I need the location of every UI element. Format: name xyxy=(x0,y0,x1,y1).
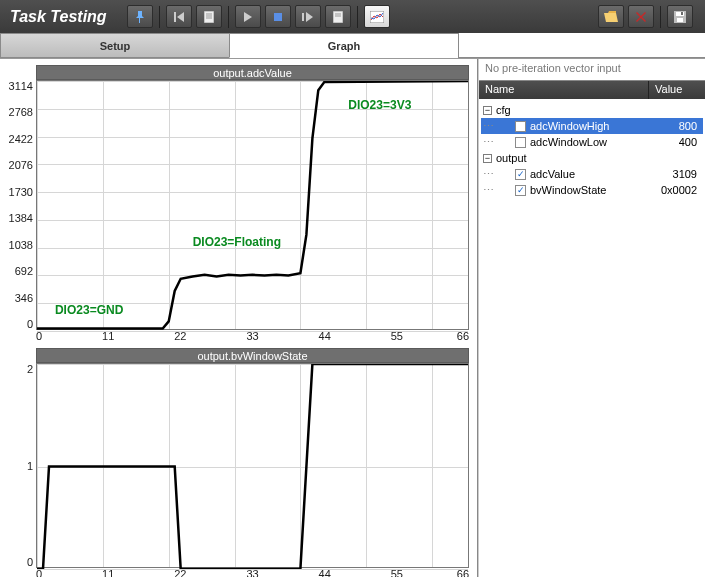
svg-rect-13 xyxy=(677,18,683,22)
vector-input[interactable]: No pre-iteration vector input xyxy=(479,59,705,81)
tree-connector: ⋯ xyxy=(483,168,493,181)
svg-rect-0 xyxy=(174,12,176,22)
svg-rect-1 xyxy=(204,11,214,23)
stop-icon xyxy=(273,12,283,22)
chart-icon xyxy=(370,11,384,23)
step-button[interactable] xyxy=(295,5,321,28)
svg-rect-5 xyxy=(274,13,282,21)
tree-value: 0x0002 xyxy=(661,184,703,196)
tree-connector: ⋯ xyxy=(483,136,493,149)
tree-value: 3109 xyxy=(673,168,703,180)
chart-area[interactable] xyxy=(36,363,469,568)
checkbox[interactable]: ✓ xyxy=(515,185,526,196)
tree-value: 400 xyxy=(679,136,703,148)
tab-setup[interactable]: Setup xyxy=(0,33,230,58)
skip-start-button[interactable] xyxy=(166,5,192,28)
tree-header-name[interactable]: Name xyxy=(479,81,649,99)
save-icon xyxy=(674,11,686,23)
tree-node-output[interactable]: −output xyxy=(481,150,703,166)
document-icon xyxy=(204,11,214,23)
tree-header: Name Value xyxy=(479,81,705,99)
right-panel: No pre-iteration vector input Name Value… xyxy=(478,59,705,577)
tree-connector: ⋯ xyxy=(483,120,493,133)
separator xyxy=(357,6,358,28)
tree-node-cfg[interactable]: −cfg xyxy=(481,102,703,118)
titlebar: Task Testing xyxy=(0,0,705,33)
open-folder-icon xyxy=(604,11,618,22)
separator xyxy=(228,6,229,28)
pin-icon xyxy=(134,11,146,23)
checkbox[interactable] xyxy=(515,121,526,132)
tree-item-adcWindowHigh[interactable]: ⋯adcWindowHigh800 xyxy=(481,118,703,134)
chart-area[interactable]: DIO23=GNDDIO23=FloatingDIO23=3V3 xyxy=(36,80,469,330)
checkbox[interactable] xyxy=(515,137,526,148)
tree-label: adcValue xyxy=(530,168,575,180)
tab-filler xyxy=(458,33,705,58)
tree-item-adcValue[interactable]: ⋯✓adcValue3109 xyxy=(481,166,703,182)
stop-button[interactable] xyxy=(265,5,291,28)
save-button[interactable] xyxy=(667,5,693,28)
step-icon xyxy=(302,12,314,22)
play-button[interactable] xyxy=(235,5,261,28)
collapse-toggle[interactable]: − xyxy=(483,154,492,163)
tree-item-adcWindowLow[interactable]: ⋯adcWindowLow400 xyxy=(481,134,703,150)
x-axis: 0112233445566 xyxy=(36,330,469,344)
tree-connector: ⋯ xyxy=(483,184,493,197)
separator xyxy=(159,6,160,28)
svg-rect-10 xyxy=(370,11,384,23)
y-axis: 31142768242220761730138410386923460 xyxy=(4,80,36,330)
tree-label: cfg xyxy=(496,104,511,116)
tree-label: output xyxy=(496,152,527,164)
document-icon xyxy=(333,11,343,23)
svg-rect-6 xyxy=(302,13,304,21)
tree-value: 800 xyxy=(679,120,703,132)
tree-label: adcWindowLow xyxy=(530,136,607,148)
doc2-button[interactable] xyxy=(325,5,351,28)
chart-annotation: DIO23=Floating xyxy=(193,235,281,249)
tab-graph[interactable]: Graph xyxy=(229,33,459,58)
chart-annotation: DIO23=GND xyxy=(55,303,123,317)
pin-button[interactable] xyxy=(127,5,153,28)
collapse-toggle[interactable]: − xyxy=(483,106,492,115)
tree-view[interactable]: −cfg⋯adcWindowHigh800⋯adcWindowLow400−ou… xyxy=(479,99,705,201)
delete-button[interactable] xyxy=(628,5,654,28)
svg-rect-14 xyxy=(681,12,683,15)
tree-label: adcWindowHigh xyxy=(530,120,609,132)
series-line xyxy=(37,81,468,331)
open-button[interactable] xyxy=(598,5,624,28)
app-title: Task Testing xyxy=(10,8,107,26)
delete-icon xyxy=(636,12,646,22)
plot-title: output.adcValue xyxy=(36,65,469,80)
checkbox[interactable]: ✓ xyxy=(515,169,526,180)
doc1-button[interactable] xyxy=(196,5,222,28)
plot-1: output.bvWindowState2100112233445566 xyxy=(2,346,477,577)
tree-header-value[interactable]: Value xyxy=(649,81,705,99)
tree-item-bvWindowState[interactable]: ⋯✓bvWindowState0x0002 xyxy=(481,182,703,198)
y-axis: 210 xyxy=(4,363,36,568)
chart-button[interactable] xyxy=(364,5,390,28)
plots-panel: output.adcValue3114276824222076173013841… xyxy=(0,59,478,577)
play-icon xyxy=(243,12,253,22)
skip-back-icon xyxy=(174,12,184,22)
series-line xyxy=(37,364,468,569)
plot-title: output.bvWindowState xyxy=(36,348,469,363)
plot-0: output.adcValue3114276824222076173013841… xyxy=(2,63,477,346)
separator xyxy=(660,6,661,28)
chart-annotation: DIO23=3V3 xyxy=(348,98,411,112)
tree-label: bvWindowState xyxy=(530,184,606,196)
svg-rect-7 xyxy=(333,11,343,23)
tabs: Setup Graph xyxy=(0,33,705,59)
